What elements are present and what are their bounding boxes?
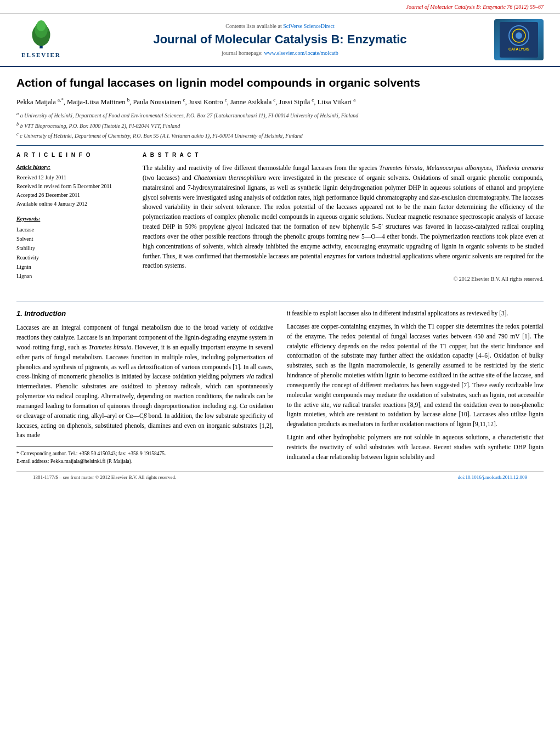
article-body-two-col: A R T I C L E I N F O Article history: R…: [16, 151, 544, 286]
affiliation-b: b b VTT Bioprocessing, P.O. Box 1000 (Ti…: [16, 121, 544, 130]
copyright: © 2012 Elsevier B.V. All rights reserved…: [143, 275, 544, 283]
divider-after-affiliations: [16, 145, 544, 146]
author-jussi-s: Jussi Sipilä c,: [279, 98, 318, 106]
sciverse-link[interactable]: SciVerse ScienceDirect: [283, 23, 335, 29]
intro-para-3: Laccases are copper-containing enzymes, …: [287, 322, 544, 429]
footnote-section: * Corresponding author. Tel.: +358 50 41…: [16, 446, 273, 466]
doi-line: doi:10.1016/j.molcatb.2011.12.009: [458, 474, 527, 481]
footnote-corresponding: * Corresponding author. Tel.: +358 50 41…: [16, 450, 273, 457]
catalysis-logo-icon: CATALYSIS: [500, 22, 538, 58]
journal-top-bar: Journal of Molecular Catalysis B: Enzyma…: [0, 0, 560, 14]
author-pekka: Pekka Maijala a,*,: [16, 98, 67, 106]
affiliation-c: c c University of Helsinki, Department o…: [16, 131, 544, 140]
author-jussi-k: Jussi Kontro c,: [189, 98, 230, 106]
authors-line: Pekka Maijala a,*, Maija-Liisa Mattinen …: [16, 97, 544, 108]
header-left: ELSEVIER: [11, 20, 71, 59]
intro-para-2: it feasible to exploit laccases also in …: [287, 309, 544, 319]
author-maija: Maija-Liisa Mattinen b,: [67, 98, 133, 106]
svg-text:CATALYSIS: CATALYSIS: [508, 47, 529, 51]
header-section: ELSEVIER Contents lists available at Sci…: [0, 14, 560, 67]
introduction-title: 1. Introduction: [16, 309, 273, 319]
article-content: Action of fungal laccases on lignin mode…: [0, 67, 560, 297]
keyword-reactivity: Reactivity: [16, 253, 132, 262]
abstract-text: The stability and reactivity of five dif…: [143, 163, 544, 271]
svg-point-3: [37, 20, 46, 31]
issn-line: 1381-1177/$ – see front matter © 2012 El…: [33, 474, 176, 481]
affiliations: a a University of Helsinki, Department o…: [16, 111, 544, 140]
svg-point-7: [516, 32, 522, 39]
footnote-email: E-mail address: Pekka.maijala@helsinki.f…: [16, 457, 273, 465]
keyword-stability: Stability: [16, 244, 132, 253]
accepted-date: Accepted 26 December 2011: [16, 191, 132, 200]
page-wrapper: Journal of Molecular Catalysis B: Enzyma…: [0, 0, 560, 494]
svg-rect-4: [500, 22, 538, 58]
author-liisa: Liisa Viikari a: [318, 98, 356, 106]
sciverse-line: Contents lists available at SciVerse Sci…: [77, 22, 483, 30]
affiliation-a: a a University of Helsinki, Department o…: [16, 111, 544, 120]
journal-homepage: journal homepage: www.elsevier.com/locat…: [77, 49, 483, 57]
available-date: Available online 4 January 2012: [16, 200, 132, 208]
keyword-lignan: Lignan: [16, 271, 132, 281]
article-info-col: A R T I C L E I N F O Article history: R…: [16, 151, 132, 286]
received-date: Received 12 July 2011: [16, 173, 132, 182]
bottom-bar: 1381-1177/$ – see front matter © 2012 El…: [16, 471, 544, 483]
body-two-col: 1. Introduction Laccases are an integral…: [16, 309, 544, 465]
abstract-heading: A B S T R A C T: [143, 151, 544, 159]
keyword-lignin: Lignin: [16, 262, 132, 271]
body-content: 1. Introduction Laccases are an integral…: [0, 302, 560, 494]
history-title: Article history:: [16, 163, 132, 171]
catalysis-badge: CATALYSIS: [494, 19, 544, 60]
received-revised-date: Received in revised form 5 December 2011: [16, 182, 132, 191]
body-left-col: 1. Introduction Laccases are an integral…: [16, 309, 273, 465]
elsevier-label: ELSEVIER: [21, 51, 61, 59]
elsevier-tree-icon: [27, 20, 55, 50]
keywords-section: Keywords: Laccase Solvent Stability Reac…: [16, 215, 132, 281]
header-center: Contents lists available at SciVerse Sci…: [71, 22, 489, 56]
article-info-heading: A R T I C L E I N F O: [16, 151, 132, 159]
author-janne: Janne Asikkala c,: [230, 98, 279, 106]
keywords-title: Keywords:: [16, 215, 132, 223]
article-history: Article history: Received 12 July 2011 R…: [16, 163, 132, 208]
keyword-solvent: Solvent: [16, 234, 132, 244]
article-title: Action of fungal laccases on lignin mode…: [16, 75, 544, 90]
journal-citation: Journal of Molecular Catalysis B: Enzyma…: [406, 4, 544, 10]
body-divider: [16, 302, 544, 302]
keyword-laccase: Laccase: [16, 225, 132, 234]
body-right-col: it feasible to exploit laccases also in …: [287, 309, 544, 465]
author-paula: Paula Nousiainen c,: [133, 98, 188, 106]
header-right: CATALYSIS: [489, 19, 549, 60]
intro-para-4: Lignin and other hydrophobic polymers ar…: [287, 433, 544, 462]
elsevier-logo: ELSEVIER: [21, 20, 61, 59]
intro-para-1: Laccases are an integral component of fu…: [16, 323, 273, 440]
journal-title: Journal of Molecular Catalysis B: Enzyma…: [77, 32, 483, 47]
abstract-col: A B S T R A C T The stability and reacti…: [143, 151, 544, 286]
homepage-link[interactable]: www.elsevier.com/locate/molcatb: [264, 50, 338, 56]
